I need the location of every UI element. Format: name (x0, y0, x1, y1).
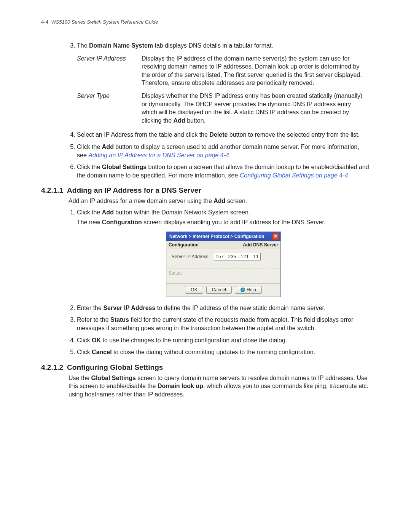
table-row: Server Type Displays whether the DNS IP … (77, 89, 370, 127)
add-dns-dialog: Network > Internet Protocol > Configurat… (166, 232, 281, 297)
sec1-step-1-note: The new Configuration screen displays en… (77, 218, 370, 227)
status-label: Status: (166, 268, 280, 283)
sec1-step-3: Refer to the Status field for the curren… (77, 316, 370, 332)
xref-adding-ip[interactable]: Adding an IP Address for a DNS Server on… (88, 152, 229, 158)
cancel-button[interactable]: Cancel (206, 286, 232, 294)
dialog-breadcrumb: Network > Internet Protocol > Configurat… (169, 233, 264, 240)
term-server-ip: Server IP Address (77, 52, 142, 89)
sec1-step-4: Click OK to use the changes to the runni… (77, 336, 370, 345)
sec1-step-5: Click Cancel to close the dialog without… (77, 348, 370, 356)
sec1-step-1: Click the Add button within the Domain N… (77, 208, 370, 297)
help-button[interactable]: ? Help (235, 286, 262, 294)
heading-adding-ip: 4.2.1.1Adding an IP Address for a DNS Se… (41, 186, 370, 195)
heading-global-settings: 4.2.1.2Configuring Global Settings (41, 363, 370, 372)
dialog-subheader: Configuration Add DNS Server (166, 241, 280, 249)
running-header: 4-4 WS5100 Series Switch System Referenc… (41, 19, 370, 25)
help-icon: ? (241, 288, 245, 292)
sec1-step-2: Enter the Server IP Address to define th… (77, 304, 370, 312)
server-ip-label: Server IP Address (172, 254, 209, 260)
desc-server-ip: Displays the IP address of the domain na… (142, 52, 370, 89)
ok-button[interactable]: OK (185, 286, 203, 294)
dialog-sub-left: Configuration (169, 242, 199, 248)
dialog-sub-right: Add DNS Server (243, 242, 278, 248)
server-ip-input[interactable]: 157 . 235 . 121 . 11 (214, 253, 261, 260)
dns-field-table: Server IP Address Displays the IP addres… (77, 52, 370, 127)
sec2-body: Use the Global Settings screen to query … (68, 374, 370, 399)
table-row: Server IP Address Displays the IP addres… (77, 52, 370, 89)
step-4: Select an IP Address from the table and … (77, 131, 370, 139)
dns-tab-label: Domain Name System (89, 42, 153, 49)
term-server-type: Server Type (77, 89, 142, 127)
desc-server-type: Displays whether the DNS IP address entr… (142, 89, 370, 127)
close-icon[interactable]: ✕ (272, 233, 279, 240)
doc-title: WS5100 Series Switch System Reference Gu… (51, 19, 158, 25)
sec1-intro: Add an IP address for a new domain serve… (68, 197, 370, 205)
dialog-titlebar: Network > Internet Protocol > Configurat… (166, 232, 280, 241)
step-5: Click the Add button to display a screen… (77, 143, 370, 159)
page-number: 4-4 (41, 19, 48, 25)
step-3: The Domain Name System tab displays DNS … (77, 42, 370, 127)
step-6: Click the Global Settings button to open… (77, 163, 370, 179)
xref-global-settings[interactable]: Configuring Global Settings on page 4-4 (240, 172, 348, 179)
